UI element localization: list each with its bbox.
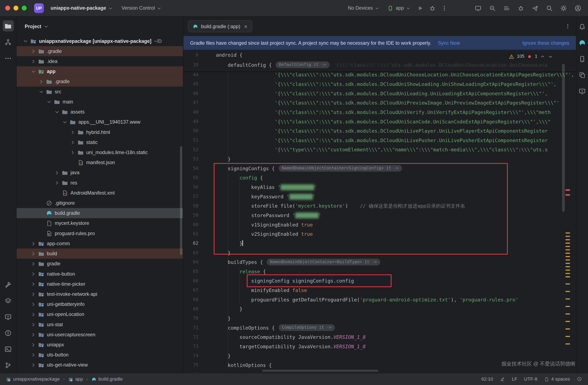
send-feedback-icon[interactable] bbox=[530, 3, 540, 13]
code-line-58[interactable]: 58 storeFile file('mycert.keystore') // … bbox=[183, 201, 576, 211]
tree-item-proguard-rules-pro[interactable]: proguard-rules.pro bbox=[17, 228, 183, 239]
code-line-62[interactable]: 62 } bbox=[183, 239, 576, 248]
code-line-57[interactable]: 57 keyPassword '█████████' bbox=[183, 192, 576, 201]
gradle-icon[interactable] bbox=[577, 38, 587, 47]
build-icon[interactable] bbox=[2, 279, 14, 290]
tree-item-res[interactable]: res bbox=[17, 178, 183, 188]
run-config-selector[interactable]: app bbox=[384, 3, 413, 13]
code-line-76[interactable]: 76 bbox=[183, 370, 576, 373]
inspections-widget[interactable]: 105 1 bbox=[506, 53, 556, 60]
code-line-60[interactable]: 60 v1SigningEnabled true bbox=[183, 220, 576, 229]
chevron-right-icon[interactable] bbox=[30, 48, 37, 54]
project-panel-header[interactable]: Project bbox=[17, 17, 183, 36]
settings-icon[interactable] bbox=[559, 3, 568, 13]
breadcrumb-build.gradle[interactable]: build.gradle bbox=[91, 377, 123, 382]
sync-now-link[interactable]: Sync Now bbox=[438, 40, 460, 46]
tree-item-uni-openlocation[interactable]: uni-openLocation bbox=[17, 309, 183, 319]
tree-item-native-button[interactable]: native-button bbox=[17, 269, 183, 279]
structure-icon[interactable] bbox=[2, 36, 14, 48]
chevron-right-icon[interactable] bbox=[30, 261, 37, 266]
tree-item-assets[interactable]: assets bbox=[17, 107, 183, 117]
tree-item-build[interactable]: build bbox=[17, 248, 183, 259]
chevron-right-icon[interactable] bbox=[30, 251, 37, 256]
prev-issue-icon[interactable] bbox=[540, 54, 545, 59]
code-line-50[interactable]: 50 '{\\\"class\\\":\\\"uts.sdk.modules.D… bbox=[183, 126, 576, 136]
code-line-56[interactable]: 56 keyAlias '█████████████' bbox=[183, 183, 576, 192]
search-icon[interactable] bbox=[545, 3, 554, 13]
tree-item-java[interactable]: java bbox=[17, 167, 183, 178]
code-line-47[interactable]: 47 '{\\\"class\\\":\\\"uts.sdk.modules.D… bbox=[183, 98, 576, 108]
tree-item-uni-stat[interactable]: uni-stat bbox=[17, 319, 183, 329]
tree-item-uni-usercapturescreen[interactable]: uni-usercapturescreen bbox=[17, 330, 183, 340]
emulator-icon[interactable] bbox=[577, 86, 587, 96]
chevron-right-icon[interactable] bbox=[30, 322, 37, 327]
code-line-59[interactable]: 59 storePassword '█████████' bbox=[183, 211, 576, 220]
zoom-window-button[interactable] bbox=[22, 6, 27, 11]
next-issue-icon[interactable] bbox=[548, 54, 553, 59]
tree-item-gradle[interactable]: gradle bbox=[17, 259, 183, 269]
version-control-icon[interactable] bbox=[2, 360, 14, 371]
notifications-icon[interactable] bbox=[577, 22, 587, 32]
code-line-74[interactable]: 74 } bbox=[183, 351, 576, 361]
editor-scrollbar-horizontal[interactable] bbox=[262, 370, 378, 372]
chevron-right-icon[interactable] bbox=[54, 180, 60, 185]
layers-icon[interactable] bbox=[2, 295, 14, 306]
terminal-icon[interactable] bbox=[2, 344, 14, 355]
chevron-right-icon[interactable] bbox=[38, 79, 44, 84]
code-line-54[interactable]: 54 signingConfigs {NamedDomainObjectCont… bbox=[183, 164, 576, 173]
code-line-64[interactable]: 64 buildTypes {NamedDomainObjectContaine… bbox=[183, 258, 576, 267]
chevron-down-icon[interactable] bbox=[62, 120, 68, 125]
code-line-10[interactable]: 10 defaultConfig {DefaultConfig it ->'{\… bbox=[183, 60, 576, 70]
tree-item-uniappxnativepackage-uniappx-native-package[interactable]: uniappxnativepackage [uniappx-native-pac… bbox=[17, 36, 183, 46]
tree-item-build-gradle[interactable]: build.gradle bbox=[17, 208, 183, 218]
chevron-right-icon[interactable] bbox=[30, 281, 37, 286]
tree-item-native-time-picker[interactable]: native-time-picker bbox=[17, 279, 183, 289]
chevron-right-icon[interactable] bbox=[30, 241, 37, 246]
tree-item-uni-modules-lime-i18n-static[interactable]: uni_modules.lime-i18n.static bbox=[17, 147, 183, 158]
close-window-button[interactable] bbox=[5, 6, 10, 11]
code-review-icon[interactable]: A bbox=[487, 3, 497, 13]
indent-widget[interactable]: 4 spaces bbox=[544, 376, 570, 382]
code-line-69[interactable]: 69 } bbox=[183, 304, 576, 314]
chevron-right-icon[interactable] bbox=[30, 362, 37, 367]
code-line-66[interactable]: 66 signingConfig signingConfigs.config bbox=[183, 276, 576, 286]
project-selector[interactable]: uniappx-native-package bbox=[48, 3, 116, 13]
highlight-level-icon[interactable] bbox=[500, 377, 505, 382]
more-icon[interactable] bbox=[2, 53, 14, 64]
code-line-67[interactable]: 67 minifyEnabled false bbox=[183, 286, 576, 295]
tree-item-uni-getbatteryinfo[interactable]: uni-getbatteryinfo bbox=[17, 299, 183, 309]
vcs-selector[interactable]: Version Control bbox=[118, 3, 164, 13]
tree-item-uniappx[interactable]: uniappx bbox=[17, 340, 183, 350]
device-manager-icon[interactable] bbox=[577, 54, 587, 64]
breadcrumb-uniappxnativepackage[interactable]: uniappxnativepackage bbox=[6, 377, 60, 382]
tree-item-src[interactable]: src bbox=[17, 87, 183, 97]
chevron-right-icon[interactable] bbox=[30, 291, 37, 297]
code-line-49[interactable]: 49 '{\\\"class\\\":\\\"uts.sdk.modules.D… bbox=[183, 117, 576, 126]
close-tab-icon[interactable]: × bbox=[244, 23, 247, 29]
tree-item-gradle[interactable]: .gradle bbox=[17, 46, 183, 56]
code-line-72[interactable]: 72 sourceCompatibility JavaVersion.VERSI… bbox=[183, 332, 576, 342]
code-line-71[interactable]: 71 compileOptions {CompileOptions it -> bbox=[183, 323, 576, 332]
code-line-51[interactable]: 51 '{\\\"class\\\":\\\"uts.sdk.modules.D… bbox=[183, 136, 576, 145]
running-devices-icon[interactable] bbox=[2, 311, 14, 323]
run-button[interactable] bbox=[416, 3, 425, 13]
tree-item-uts-button[interactable]: uts-button bbox=[17, 350, 183, 360]
caret-position-widget[interactable]: 62:10 bbox=[481, 377, 493, 382]
chevron-right-icon[interactable] bbox=[30, 352, 37, 358]
chevron-down-icon[interactable] bbox=[38, 89, 44, 94]
chevron-right-icon[interactable] bbox=[30, 302, 37, 307]
tree-item-gradle[interactable]: .gradle bbox=[17, 76, 183, 86]
chevron-down-icon[interactable] bbox=[30, 69, 37, 74]
tree-item-app[interactable]: app bbox=[17, 66, 183, 76]
code-line-45[interactable]: 45 '{\\\"class\\\":\\\"uts.sdk.modules.D… bbox=[183, 80, 576, 89]
tree-item-test-invoke-network-api[interactable]: test-invoke-network-api bbox=[17, 289, 183, 299]
chevron-down-icon[interactable] bbox=[54, 109, 60, 115]
profiler-icon[interactable] bbox=[516, 3, 526, 13]
tree-item-hybrid-html[interactable]: hybrid.html bbox=[17, 127, 183, 137]
code-line-73[interactable]: 73 targetCompatibility JavaVersion.VERSI… bbox=[183, 342, 576, 351]
chevron-right-icon[interactable] bbox=[30, 312, 37, 317]
code-line-68[interactable]: 68 proguardFiles getDefaultProguardFile(… bbox=[183, 295, 576, 304]
code-line-63[interactable]: 63 } bbox=[183, 248, 576, 258]
task-list-icon[interactable] bbox=[502, 3, 511, 13]
device-selector[interactable]: No Devices bbox=[345, 3, 382, 13]
